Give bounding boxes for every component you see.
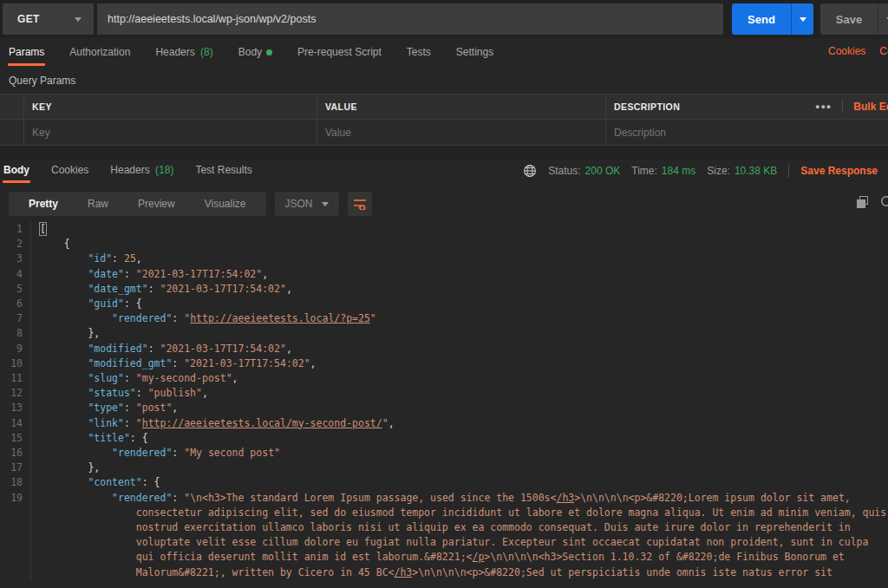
json-punctuation: : { (124, 297, 142, 310)
code-link[interactable]: Code (879, 45, 888, 57)
tab-label: Params (9, 46, 44, 58)
save-options-button[interactable] (878, 3, 888, 35)
code-line-content: "content": { (31, 475, 888, 490)
json-key: "rendered" (112, 492, 172, 504)
response-tab-headers[interactable]: Headers (18) (109, 160, 174, 183)
code-line-content: "date": "2021-03-17T17:54:02", (31, 267, 888, 282)
json-key: "rendered" (112, 447, 172, 459)
request-links: CookiesCode (828, 45, 888, 57)
code-line-content: [ (31, 222, 888, 237)
json-punctuation: , (232, 372, 238, 384)
tab-label: Cookies (51, 164, 88, 176)
line-number: 19 (0, 491, 31, 580)
line-number: 4 (0, 267, 31, 282)
code-line-content: "rendered": "My second post" (31, 446, 888, 461)
format-select[interactable]: JSON (275, 192, 339, 216)
code-line-content: "rendered": "http://aeeieetests.local/?p… (31, 311, 888, 326)
code-line: 8 }, (0, 326, 888, 341)
line-number: 15 (0, 431, 31, 446)
json-punctuation: : (172, 447, 184, 459)
json-string: >\n\n\n\n<p>&#8220;Sed ut perspiciatis u… (412, 566, 832, 578)
params-header-tools: ●●● Bulk Edit (815, 95, 888, 119)
line-number: 1 (0, 222, 31, 237)
json-key: "modified_gmt" (88, 357, 172, 369)
send-label: Send (732, 3, 791, 35)
json-punctuation (40, 252, 88, 265)
response-tab-body[interactable]: Body (3, 160, 30, 183)
view-tab-preview[interactable]: Preview (123, 198, 190, 210)
param-description-input[interactable] (614, 127, 880, 139)
save-button[interactable]: Save (820, 3, 888, 35)
copy-icon[interactable] (857, 196, 870, 209)
cookies-link[interactable]: Cookies (828, 45, 865, 57)
json-punctuation (40, 372, 88, 384)
line-number: 12 (0, 386, 31, 401)
line-number: 14 (0, 416, 31, 431)
more-options-icon[interactable]: ●●● (815, 102, 832, 111)
json-punctuation (40, 402, 88, 414)
json-string: " (136, 417, 142, 429)
response-code-tools (857, 195, 888, 210)
key-column-header: KEY (24, 95, 317, 119)
code-line: 3 "id": 25, (0, 252, 888, 266)
json-string: "2021-03-17T17:54:02" (136, 268, 262, 280)
response-tab-test-results[interactable]: Test Results (194, 160, 252, 183)
network-globe-icon[interactable] (523, 164, 537, 178)
json-punctuation: : (124, 402, 136, 414)
json-key: "type" (88, 402, 124, 414)
tab-params[interactable]: Params (8, 41, 45, 66)
code-line-content: "link": "http://aeeieetests.local/my-sec… (31, 416, 888, 431)
json-link[interactable]: http://aeeieetests.local/my-second-post/ (142, 417, 382, 429)
save-label: Save (820, 3, 878, 35)
tab-count-badge: (18) (153, 164, 174, 176)
line-number: 2 (0, 237, 31, 252)
json-punctuation: : (148, 343, 160, 355)
method-select[interactable]: GET (3, 3, 94, 35)
wrap-lines-button[interactable] (348, 192, 372, 216)
bulk-edit-button[interactable]: Bulk Edit (853, 101, 888, 113)
json-key: "status" (88, 387, 135, 399)
code-line: 4 "date": "2021-03-17T17:54:02", (0, 267, 888, 282)
send-button[interactable]: Send (732, 3, 813, 35)
send-options-button[interactable] (791, 3, 813, 35)
search-icon[interactable] (880, 195, 888, 210)
json-punctuation: , (388, 417, 395, 429)
row-select-cell[interactable] (0, 120, 24, 145)
json-link[interactable]: http://aeeieetests.local/?p=25 (190, 312, 370, 324)
json-number: 25 (124, 252, 136, 265)
code-line: 18 "content": { (0, 475, 888, 490)
tab-label: Test Results (195, 164, 251, 176)
tab-authorization[interactable]: Authorization (69, 41, 131, 66)
response-tab-cookies[interactable]: Cookies (50, 160, 89, 183)
code-line: 11 "slug": "my-second-post", (0, 371, 888, 386)
code-line: 12 "status": "publish", (0, 386, 888, 401)
save-response-button[interactable]: Save Response (800, 165, 878, 177)
code-line: 19 "rendered": "\n<h3>The standard Lorem… (0, 491, 888, 580)
tab-body[interactable]: Body (238, 41, 273, 66)
line-number: 9 (0, 342, 31, 356)
code-line: 2 { (0, 237, 888, 252)
code-line: 7 "rendered": "http://aeeieetests.local/… (0, 311, 888, 326)
param-key-input[interactable] (32, 127, 309, 139)
tab-settings[interactable]: Settings (455, 41, 494, 66)
tab-headers[interactable]: Headers (8) (154, 41, 213, 66)
chevron-down-icon (800, 17, 806, 22)
divider (842, 100, 843, 114)
code-line: 17 }, (0, 461, 888, 475)
text-wrap-icon (353, 198, 367, 210)
json-punctuation (40, 387, 88, 399)
json-key: "slug" (88, 372, 124, 384)
json-string: " (370, 312, 376, 324)
tab-pre-request-script[interactable]: Pre-request Script (297, 41, 382, 66)
green-dot-icon (266, 49, 272, 56)
view-tab-visualize[interactable]: Visualize (190, 198, 261, 210)
tab-tests[interactable]: Tests (406, 41, 432, 66)
url-input[interactable] (97, 13, 723, 25)
json-punctuation (40, 417, 88, 429)
chevron-down-icon (75, 17, 82, 22)
json-punctuation: : { (142, 476, 160, 488)
view-tab-raw[interactable]: Raw (73, 198, 123, 210)
view-tab-pretty[interactable]: Pretty (14, 198, 73, 210)
json-string: "post" (136, 402, 173, 414)
param-value-input[interactable] (325, 127, 597, 139)
